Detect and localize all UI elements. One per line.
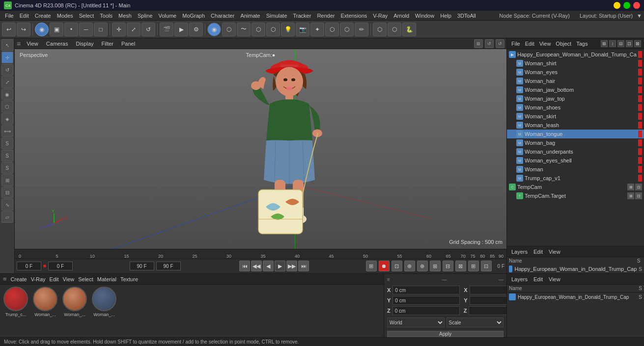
tree-item-underpants[interactable]: M Woman_underpants <box>507 147 644 156</box>
play-start-button[interactable]: ⏮ <box>239 261 250 271</box>
redo-button[interactable]: ↪ <box>17 23 30 36</box>
select-edge-button[interactable]: ─ <box>79 23 93 36</box>
mat-view[interactable]: View <box>63 276 75 282</box>
undo-button[interactable]: ↩ <box>2 23 16 36</box>
tree-item-tempcam[interactable]: C TempCam ⊞ ⊡ <box>507 183 644 191</box>
tree-item-skirt[interactable]: M Woman_skirt <box>507 112 644 121</box>
timeline-icon-8[interactable]: ⊞ <box>468 261 479 271</box>
menu-create[interactable]: Create <box>32 11 54 21</box>
viewport-display[interactable]: Display <box>74 41 95 47</box>
viewport-filter[interactable]: Filter <box>100 41 115 47</box>
sidebar-s3[interactable]: S <box>1 162 13 174</box>
mat-select[interactable]: Select <box>78 276 93 282</box>
timeline-icon-2[interactable]: ⊡ <box>392 261 402 271</box>
rp-icon-5[interactable]: ⊠ <box>634 40 641 47</box>
coord-x-pos[interactable] <box>392 286 460 294</box>
rp-icon-2[interactable]: ↕ <box>609 40 616 47</box>
paint-button[interactable]: ✏ <box>355 23 368 36</box>
tree-item-tempcam-target[interactable]: T TempCam.Target ⊞ ⊡ <box>507 191 644 200</box>
sidebar-brush[interactable]: ∿ <box>1 199 13 211</box>
sidebar-s2[interactable]: S <box>1 150 13 161</box>
mat-edit[interactable]: Edit <box>50 276 59 282</box>
rp-view[interactable]: View <box>538 41 553 47</box>
play-button[interactable]: ▶ <box>275 261 285 271</box>
scale-tool-button[interactable]: ⤢ <box>127 23 140 36</box>
end-frame-input[interactable] <box>130 262 154 270</box>
coord-z-pos[interactable] <box>392 306 460 315</box>
viewport-panel[interactable]: Panel <box>119 41 137 47</box>
tree-item-eyes-shell[interactable]: M Woman_eyes_shell <box>507 156 644 165</box>
timeline-icon-6[interactable]: ⊟ <box>443 261 453 271</box>
sidebar-scale[interactable]: ⤢ <box>1 76 13 88</box>
menu-animate[interactable]: Animate <box>237 11 263 21</box>
tree-item-tongue[interactable]: M Woman_tongue <box>507 130 644 138</box>
menu-mograph[interactable]: MoGraph <box>179 11 208 21</box>
menu-select[interactable]: Select <box>76 11 97 21</box>
tree-item-eyes[interactable]: M Woman_eyes <box>507 68 644 77</box>
menu-help[interactable]: Help <box>437 11 454 21</box>
tempcam-action-1[interactable]: ⊞ <box>627 184 634 190</box>
rp-edit[interactable]: Edit <box>524 41 536 47</box>
viewport-view[interactable]: View <box>25 41 40 47</box>
coord-y-pos[interactable] <box>392 296 460 305</box>
sidebar-select[interactable]: ↖ <box>1 39 13 51</box>
sidebar-move[interactable]: ✛ <box>1 52 13 63</box>
light-button[interactable]: 💡 <box>281 23 295 36</box>
menu-character[interactable]: Character <box>208 11 237 21</box>
play-prev-button[interactable]: ◀◀ <box>251 261 262 271</box>
mat-swatch-3[interactable]: Woman_... <box>61 287 88 317</box>
render-view-button[interactable]: 🎬 <box>160 23 173 36</box>
sidebar-snap[interactable]: ⊞ <box>1 174 13 186</box>
viewport-icon-2[interactable]: ↺ <box>485 39 494 48</box>
viewport-menu-icon[interactable]: ≡ <box>17 40 21 48</box>
tree-item-jaw-top[interactable]: M Woman_jaw_top <box>507 94 644 103</box>
apply-button[interactable]: Apply <box>387 331 504 337</box>
layers-tab-2[interactable]: Layers <box>510 276 529 282</box>
extra-button-2[interactable]: ⬡ <box>388 23 401 36</box>
render-button[interactable]: ▶ <box>174 23 188 36</box>
play-next-button[interactable]: ▶▶ <box>286 261 297 271</box>
timeline-icon-7[interactable]: ⊠ <box>455 261 466 271</box>
timeline-ruler[interactable]: 0 5 10 15 20 25 30 35 40 45 50 55 60 65 … <box>15 249 506 259</box>
coord-mode-select[interactable]: Scale Move Rotate <box>447 318 504 327</box>
tree-root[interactable]: ▶ Happy_European_Woman_in_Donald_Trump_C… <box>507 50 644 59</box>
viewport-icon-3[interactable]: ↺ <box>496 39 504 48</box>
sidebar-obj2[interactable]: ⬡ <box>1 101 13 112</box>
layers-edit[interactable]: Edit <box>532 249 544 255</box>
menu-arnold[interactable]: Arnold <box>391 11 412 21</box>
generator-button[interactable]: ⬡ <box>266 23 280 36</box>
layer-item-main[interactable]: Happy_European_Woman_in_Donald_Trump_Cap… <box>507 265 644 273</box>
move-tool-button[interactable]: ✛ <box>112 23 126 36</box>
tree-item-jaw-bottom[interactable]: M Woman_jaw_bottom <box>507 85 644 94</box>
menu-simulate[interactable]: Simulate <box>263 11 290 21</box>
menu-tools[interactable]: Tools <box>97 11 115 21</box>
mat-material[interactable]: Material <box>97 276 116 282</box>
menu-mesh[interactable]: Mesh <box>115 11 135 21</box>
tree-item-cap[interactable]: M Trump_cap_v1 <box>507 174 644 183</box>
timeline-record[interactable]: ⏺ <box>379 261 390 271</box>
timeline-icon-9[interactable]: ⊡ <box>481 261 492 271</box>
menu-volume[interactable]: Volume <box>156 11 180 21</box>
tempcam-target-action-2[interactable]: ⊡ <box>635 192 642 199</box>
rp-icon-3[interactable]: ⊟ <box>617 40 624 47</box>
tree-item-woman[interactable]: M Woman <box>507 165 644 174</box>
spline-mode-button[interactable]: 〜 <box>237 23 251 36</box>
sidebar-obj1[interactable]: ◉ <box>1 88 13 100</box>
bone-button[interactable]: ✦ <box>310 23 324 36</box>
sidebar-snap2[interactable]: ⊟ <box>1 186 13 198</box>
coord-system-select[interactable]: World Object Camera <box>387 318 445 327</box>
menu-edit[interactable]: Edit <box>17 11 32 21</box>
rp-file[interactable]: File <box>510 41 522 47</box>
tempcam-target-action-1[interactable]: ⊞ <box>627 192 634 199</box>
rp-object[interactable]: Object <box>554 41 573 47</box>
menu-extensions[interactable]: Extensions <box>337 11 370 21</box>
mat-swatch-1[interactable]: Trump_c... <box>2 287 29 317</box>
tree-item-leash[interactable]: M Woman_leash <box>507 121 644 130</box>
group-button[interactable]: ⬡ <box>325 23 339 36</box>
select-mesh-button[interactable]: ▣ <box>50 23 63 36</box>
menu-file[interactable]: File <box>2 11 17 21</box>
menu-modes[interactable]: Modes <box>54 11 76 21</box>
frame-marker-input[interactable] <box>48 262 73 270</box>
sidebar-mirror[interactable]: ⟺ <box>1 125 13 137</box>
viewport-cameras[interactable]: Cameras <box>44 41 70 47</box>
